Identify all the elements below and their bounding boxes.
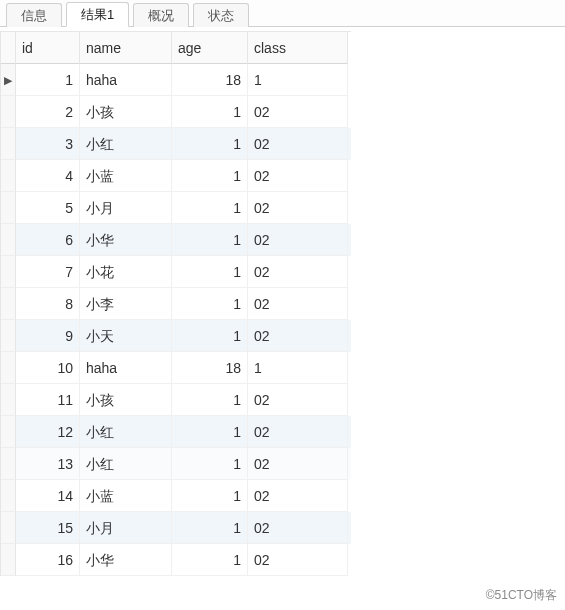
cell-class[interactable]: 02 [248,512,348,544]
tab-bar: 信息 结果1 概况 状态 [0,0,565,27]
table-row[interactable]: 12小红102 [1,416,351,448]
cell-id[interactable]: 8 [16,288,80,320]
cell-age[interactable]: 1 [172,416,248,448]
cell-class[interactable]: 02 [248,128,348,160]
table-row[interactable]: 13小红102 [1,448,351,480]
table-row[interactable]: 4小蓝102 [1,160,351,192]
cell-name[interactable]: haha [80,352,172,384]
cell-age[interactable]: 1 [172,448,248,480]
cell-age[interactable]: 1 [172,128,248,160]
cell-name[interactable]: 小孩 [80,96,172,128]
cell-id[interactable]: 15 [16,512,80,544]
cell-name[interactable]: 小花 [80,256,172,288]
cell-class[interactable]: 02 [248,160,348,192]
tab-result-1[interactable]: 结果1 [66,2,129,27]
cell-name[interactable]: 小蓝 [80,480,172,512]
cell-name[interactable]: 小华 [80,224,172,256]
table-row[interactable]: 14小蓝102 [1,480,351,512]
cell-name[interactable]: 小天 [80,320,172,352]
cell-name[interactable]: 小红 [80,416,172,448]
table-row[interactable]: 15小月102 [1,512,351,544]
cell-id[interactable]: 5 [16,192,80,224]
row-marker [1,416,16,448]
cell-age[interactable]: 18 [172,352,248,384]
row-marker [1,96,16,128]
cell-class[interactable]: 02 [248,256,348,288]
cell-id[interactable]: 7 [16,256,80,288]
table-row[interactable]: 16小华102 [1,544,351,576]
cell-age[interactable]: 1 [172,512,248,544]
cell-age[interactable]: 1 [172,224,248,256]
tab-info[interactable]: 信息 [6,3,62,27]
cell-id[interactable]: 16 [16,544,80,576]
col-header-name[interactable]: name [80,32,172,64]
row-marker [1,352,16,384]
cell-age[interactable]: 1 [172,288,248,320]
cell-id[interactable]: 4 [16,160,80,192]
cell-id[interactable]: 14 [16,480,80,512]
row-marker [1,320,16,352]
cell-name[interactable]: 小李 [80,288,172,320]
col-header-id[interactable]: id [16,32,80,64]
cell-class[interactable]: 02 [248,224,348,256]
col-header-class[interactable]: class [248,32,348,64]
cell-name[interactable]: 小蓝 [80,160,172,192]
cell-age[interactable]: 18 [172,64,248,96]
cell-name[interactable]: 小红 [80,128,172,160]
cell-name[interactable]: 小月 [80,192,172,224]
table-row[interactable]: ▶1haha181 [1,64,351,96]
cell-class[interactable]: 02 [248,288,348,320]
cell-id[interactable]: 2 [16,96,80,128]
cell-class[interactable]: 02 [248,544,348,576]
table-row[interactable]: 8小李102 [1,288,351,320]
cell-class[interactable]: 02 [248,480,348,512]
table-row[interactable]: 10haha181 [1,352,351,384]
col-header-age[interactable]: age [172,32,248,64]
cell-name[interactable]: 小月 [80,512,172,544]
table-row[interactable]: 7小花102 [1,256,351,288]
cell-class[interactable]: 02 [248,96,348,128]
tab-status[interactable]: 状态 [193,3,249,27]
cell-age[interactable]: 1 [172,384,248,416]
cell-id[interactable]: 9 [16,320,80,352]
cell-id[interactable]: 6 [16,224,80,256]
row-marker [1,288,16,320]
row-marker [1,480,16,512]
row-marker [1,512,16,544]
cell-age[interactable]: 1 [172,320,248,352]
table-row[interactable]: 2小孩102 [1,96,351,128]
cell-class[interactable]: 02 [248,416,348,448]
tab-overview[interactable]: 概况 [133,3,189,27]
cell-name[interactable]: 小孩 [80,384,172,416]
cell-id[interactable]: 10 [16,352,80,384]
row-marker [1,128,16,160]
cell-class[interactable]: 02 [248,192,348,224]
grid-header-row: id name age class [1,32,351,64]
cell-age[interactable]: 1 [172,544,248,576]
row-marker [1,160,16,192]
cell-class[interactable]: 1 [248,352,348,384]
cell-id[interactable]: 3 [16,128,80,160]
cell-name[interactable]: 小华 [80,544,172,576]
cell-id[interactable]: 12 [16,416,80,448]
cell-age[interactable]: 1 [172,192,248,224]
table-row[interactable]: 9小天102 [1,320,351,352]
cell-age[interactable]: 1 [172,96,248,128]
cell-class[interactable]: 02 [248,448,348,480]
row-marker [1,256,16,288]
cell-age[interactable]: 1 [172,480,248,512]
cell-name[interactable]: 小红 [80,448,172,480]
cell-id[interactable]: 13 [16,448,80,480]
table-row[interactable]: 11小孩102 [1,384,351,416]
table-row[interactable]: 5小月102 [1,192,351,224]
table-row[interactable]: 6小华102 [1,224,351,256]
cell-id[interactable]: 1 [16,64,80,96]
table-row[interactable]: 3小红102 [1,128,351,160]
cell-age[interactable]: 1 [172,256,248,288]
cell-class[interactable]: 02 [248,320,348,352]
cell-name[interactable]: haha [80,64,172,96]
cell-age[interactable]: 1 [172,160,248,192]
cell-id[interactable]: 11 [16,384,80,416]
cell-class[interactable]: 02 [248,384,348,416]
cell-class[interactable]: 1 [248,64,348,96]
